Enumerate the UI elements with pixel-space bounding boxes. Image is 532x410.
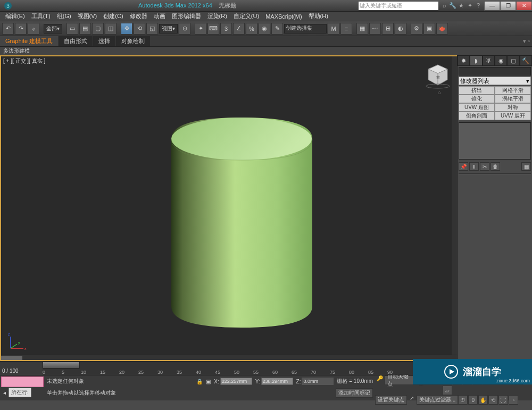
row-label[interactable]: 所在行: bbox=[9, 388, 31, 397]
maximize-button[interactable]: ❐ bbox=[500, 1, 516, 11]
ribbon-tab-selection[interactable]: 选择 bbox=[93, 36, 115, 46]
add-timemark-button[interactable]: 添加时间标记 bbox=[336, 388, 373, 398]
link-icon[interactable]: ⟐ bbox=[28, 23, 39, 35]
ref-coord-dropdown[interactable]: 视图 ▾ bbox=[159, 24, 178, 34]
menu-create[interactable]: 创建(C) bbox=[100, 12, 126, 20]
help-icon[interactable]: ? bbox=[475, 2, 482, 10]
ribbon-tab-freeform[interactable]: 自由形式 bbox=[59, 36, 93, 46]
select-icon[interactable]: ▭ bbox=[66, 23, 78, 35]
schematic-icon[interactable]: ⊞ bbox=[382, 23, 394, 35]
render-frame-icon[interactable]: ▣ bbox=[423, 23, 435, 35]
viewport-vscroll[interactable] bbox=[452, 56, 457, 355]
object-name-input[interactable] bbox=[459, 67, 531, 76]
isolate-icon[interactable]: ▣ bbox=[206, 379, 211, 384]
mod-uvwunwrap[interactable]: UVW 展开 bbox=[495, 112, 531, 120]
menu-customize[interactable]: 自定义(U) bbox=[230, 12, 262, 20]
key-mode-icon[interactable]: ↗ bbox=[407, 395, 417, 405]
key-icon[interactable]: 🔧 bbox=[449, 2, 456, 10]
max-viewport-icon[interactable]: ⛶ bbox=[498, 395, 508, 405]
modifier-stack[interactable] bbox=[459, 122, 531, 160]
select-by-name-icon[interactable]: ▤ bbox=[79, 23, 91, 35]
rotate-icon[interactable]: ⟲ bbox=[134, 23, 145, 35]
window-crossing-icon[interactable]: ◫ bbox=[105, 23, 117, 35]
viewport[interactable]: [ + ][ 正交 ][ 真实 ] 前 ⌂ bbox=[0, 55, 457, 361]
curve-editor-icon[interactable]: 〰 bbox=[369, 23, 381, 35]
minimize-button[interactable]: — bbox=[484, 1, 500, 11]
key-icon[interactable]: 🔑 bbox=[375, 375, 385, 395]
render-setup-icon[interactable]: ⚙ bbox=[411, 23, 422, 35]
align-icon[interactable]: ≡ bbox=[340, 23, 352, 35]
coord-z-input[interactable] bbox=[302, 378, 334, 385]
angle-snap-icon[interactable]: ∠ bbox=[233, 23, 245, 35]
create-tab-icon[interactable]: ✹ bbox=[458, 55, 470, 66]
menu-edit[interactable]: 编辑(E) bbox=[2, 12, 28, 20]
setkey-button[interactable]: 设置关键点 bbox=[375, 395, 407, 405]
subribbon[interactable]: 多边形建模 bbox=[0, 47, 532, 55]
fov-icon[interactable]: ▱ bbox=[443, 386, 452, 395]
ribbon-expand-icon[interactable]: ▾ ▫ bbox=[521, 38, 532, 45]
select-region-icon[interactable]: ▢ bbox=[92, 23, 104, 35]
mod-extrude[interactable]: 挤出 bbox=[459, 86, 495, 95]
motion-tab-icon[interactable]: ◉ bbox=[495, 55, 507, 66]
menu-help[interactable]: 帮助(H) bbox=[305, 12, 331, 20]
autokey-button[interactable]: 自动关键点 bbox=[385, 375, 416, 385]
configure-sets-icon[interactable]: ▦ bbox=[521, 162, 531, 171]
percent-snap-icon[interactable]: % bbox=[246, 23, 257, 35]
exchange-icon[interactable]: ✦ bbox=[466, 2, 473, 10]
viewport-hscroll[interactable] bbox=[1, 355, 457, 360]
min-viewport-icon[interactable]: ▫ bbox=[509, 395, 518, 405]
menu-grapheditors[interactable]: 图形编辑器 bbox=[169, 12, 204, 20]
menu-animation[interactable]: 动画 bbox=[151, 12, 169, 20]
menu-group[interactable]: 组(G) bbox=[54, 12, 74, 20]
redo-icon[interactable]: ↷ bbox=[15, 23, 27, 35]
viewport-label[interactable]: [ + ][ 正交 ][ 真实 ] bbox=[3, 57, 45, 65]
menu-maxscript[interactable]: MAXScript(M) bbox=[262, 13, 305, 20]
manipulate-icon[interactable]: ✦ bbox=[195, 23, 206, 35]
infocenter-icon[interactable]: ⌕ bbox=[440, 2, 448, 10]
coord-x-input[interactable] bbox=[220, 378, 252, 385]
close-button[interactable]: ✕ bbox=[516, 1, 532, 11]
display-tab-icon[interactable]: ▢ bbox=[507, 55, 519, 66]
time-config-icon[interactable]: ⏱ bbox=[458, 395, 468, 405]
menu-views[interactable]: 视图(V) bbox=[74, 12, 101, 20]
timeline-colorbox[interactable] bbox=[1, 376, 44, 387]
mod-bevelprofile[interactable]: 倒角剖面 bbox=[459, 112, 495, 120]
selection-filter-dropdown[interactable]: 全部 ▾ bbox=[44, 24, 62, 34]
named-selection-input[interactable]: 创建选择集 bbox=[284, 24, 327, 34]
layers-icon[interactable]: ▦ bbox=[356, 23, 368, 35]
mod-meshsmooth[interactable]: 网格平滑 bbox=[495, 86, 531, 95]
menu-rendering[interactable]: 渲染(R) bbox=[204, 12, 230, 20]
mod-uvwmap[interactable]: UVW 贴图 bbox=[459, 103, 495, 112]
undo-icon[interactable]: ↶ bbox=[2, 23, 14, 35]
pivot-icon[interactable]: ⊙ bbox=[179, 23, 190, 35]
edit-named-sel-icon[interactable]: ✎ bbox=[271, 23, 283, 35]
help-search-input[interactable]: 键入关键字或短语 bbox=[359, 2, 438, 10]
ribbon-tab-graphite[interactable]: Graphite 建模工具 bbox=[0, 36, 58, 46]
frame-input[interactable]: 0 bbox=[468, 395, 478, 405]
menu-modifiers[interactable]: 修改器 bbox=[127, 12, 151, 20]
app-logo-icon[interactable]: 3 bbox=[2, 2, 14, 10]
material-editor-icon[interactable]: ◐ bbox=[395, 23, 406, 35]
move-icon[interactable]: ✥ bbox=[121, 23, 132, 35]
menu-tools[interactable]: 工具(T) bbox=[28, 12, 54, 20]
modifier-list-dropdown[interactable]: 修改器列表▾ bbox=[459, 77, 531, 85]
keyfilter-button[interactable]: 关键点过滤器... bbox=[417, 395, 458, 405]
make-unique-icon[interactable]: ✂ bbox=[480, 162, 489, 171]
lock-icon[interactable]: 🔒 bbox=[196, 379, 203, 384]
keyboard-shortcut-icon[interactable]: ⌨ bbox=[207, 23, 219, 35]
modify-tab-icon[interactable]: ◗ bbox=[470, 55, 482, 66]
remove-mod-icon[interactable]: 🗑 bbox=[491, 162, 500, 171]
coord-y-input[interactable] bbox=[261, 378, 293, 385]
mod-turbosmooth[interactable]: 涡轮平滑 bbox=[495, 95, 531, 103]
viewport-object-cylinder[interactable] bbox=[166, 110, 318, 333]
pan-icon[interactable]: ✋ bbox=[478, 395, 488, 405]
star-icon[interactable]: ★ bbox=[458, 2, 465, 10]
hierarchy-tab-icon[interactable]: ♅ bbox=[483, 55, 495, 66]
pin-stack-icon[interactable]: 📌 bbox=[459, 162, 468, 171]
mod-symmetry[interactable]: 对称 bbox=[495, 103, 531, 112]
render-icon[interactable]: 🫖 bbox=[436, 23, 448, 35]
viewcube-home-icon[interactable]: ⌂ bbox=[438, 89, 445, 95]
snap-toggle-icon[interactable]: 3 bbox=[220, 23, 232, 35]
ribbon-tab-paint[interactable]: 对象绘制 bbox=[116, 36, 150, 46]
show-end-icon[interactable]: Ⅱ bbox=[469, 162, 479, 171]
